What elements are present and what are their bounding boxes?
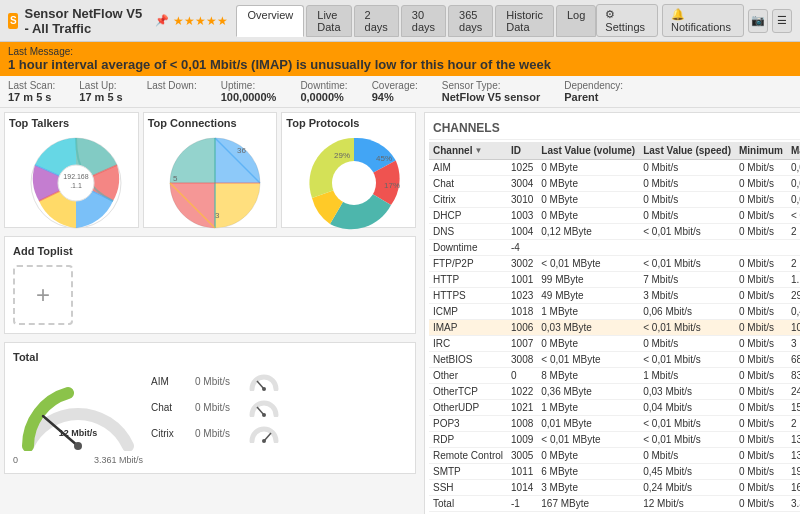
table-row[interactable]: HTTPS102349 MByte3 Mbit/s0 Mbit/s294 Mbi… [429, 288, 800, 304]
chat-label: Chat [151, 402, 191, 413]
menu-icon-button[interactable]: ☰ [772, 9, 792, 33]
top-protocols-chart[interactable]: 45% 17% 29% [304, 133, 394, 223]
add-toplist-title: Add Toplist [13, 245, 407, 257]
total-section: Total 12 Mbit/s [4, 342, 416, 474]
table-row[interactable]: Chat30040 MByte0 Mbit/s0 Mbit/s0,03 Mbit… [429, 176, 800, 192]
downtime: Downtime: 0,0000% [300, 80, 347, 103]
channel-bar-chat: Chat 0 Mbit/s [151, 397, 407, 417]
table-row[interactable]: NetBIOS3008< 0,01 MByte< 0,01 Mbit/s0 Mb… [429, 352, 800, 368]
sensor-type: Sensor Type: NetFlow V5 sensor [442, 80, 540, 103]
chat-mini-gauge [249, 397, 279, 417]
svg-point-20 [262, 387, 266, 391]
svg-text:5: 5 [173, 174, 178, 183]
status-bar: Last Scan: 17 m 5 s Last Up: 17 m 5 s La… [0, 76, 800, 108]
gauge-labels: 0 3.361 Mbit/s [13, 455, 143, 465]
svg-text:192.168: 192.168 [64, 173, 89, 180]
top-connections-chart[interactable]: 36 5 3 [165, 133, 255, 223]
settings-button[interactable]: ⚙ Settings [596, 4, 658, 37]
last-scan-value: 17 m 5 s [8, 91, 51, 103]
top-connections-box: Top Connections 36 [143, 112, 278, 228]
col-vol: Last Value (volume) [537, 142, 639, 160]
filter-icon: ▼ [474, 146, 482, 155]
uptime-value: 100,0000% [221, 91, 277, 103]
last-down: Last Down: [147, 80, 197, 103]
table-row[interactable]: SMTP10116 MByte0,45 Mbit/s0 Mbit/s19 Mbi… [429, 464, 800, 480]
tab-historic[interactable]: Historic Data [495, 5, 554, 37]
table-row[interactable]: IMAP10060,03 MByte< 0,01 Mbit/s0 Mbit/s1… [429, 320, 800, 336]
table-row[interactable]: DNS10040,12 MByte< 0,01 Mbit/s0 Mbit/s2 … [429, 224, 800, 240]
table-row[interactable]: Other08 MByte1 Mbit/s0 Mbit/s836 Mbit/s⚙ [429, 368, 800, 384]
svg-text:17%: 17% [384, 181, 400, 190]
col-min: Minimum [735, 142, 787, 160]
last-up-label: Last Up: [79, 80, 122, 91]
table-row[interactable]: HTTP100199 MByte7 Mbit/s0 Mbit/s1.197 Mb… [429, 272, 800, 288]
channel-bar-citrix: Citrix 0 Mbit/s [151, 423, 407, 443]
table-row[interactable]: ICMP10181 MByte0,06 Mbit/s0 Mbit/s0,43 M… [429, 304, 800, 320]
col-speed: Last Value (speed) [639, 142, 735, 160]
channels-table: Channel ▼ ID Last Value (volume) Last Va… [429, 142, 800, 514]
svg-point-12 [332, 161, 376, 205]
top-connections-title: Top Connections [148, 117, 273, 129]
gauge-max: 3.361 Mbit/s [94, 455, 143, 465]
camera-icon-button[interactable]: 📷 [748, 9, 768, 33]
tab-365days[interactable]: 365 days [448, 5, 493, 37]
chat-value: 0 Mbit/s [195, 402, 245, 413]
alert-label: Last Message: [8, 46, 73, 57]
table-row[interactable]: Total-1167 MByte12 Mbit/s0 Mbit/s3.361 M… [429, 496, 800, 512]
coverage-label: Coverage: [372, 80, 418, 91]
sensor-type-label: Sensor Type: [442, 80, 540, 91]
table-row[interactable]: Citrix30100 MByte0 Mbit/s0 Mbit/s0,04 Mb… [429, 192, 800, 208]
rating-stars: ★★★★★ [173, 14, 228, 28]
last-scan-label: Last Scan: [8, 80, 55, 91]
coverage-value: 94% [372, 91, 394, 103]
table-row[interactable]: FTP/P2P3002< 0,01 MByte< 0,01 Mbit/s0 Mb… [429, 256, 800, 272]
table-row[interactable]: AIM10250 MByte0 Mbit/s0 Mbit/s0,02 Mbit/… [429, 160, 800, 176]
tab-log[interactable]: Log [556, 5, 596, 37]
col-id: ID [507, 142, 537, 160]
svg-text:45%: 45% [376, 154, 392, 163]
add-toplist-button[interactable]: + [13, 265, 73, 325]
channel-bars: AIM 0 Mbit/s Chat 0 Mbit/s [151, 371, 407, 465]
svg-point-24 [262, 439, 266, 443]
top-talkers-box: Top Talkers [4, 112, 139, 228]
tab-30days[interactable]: 30 days [401, 5, 446, 37]
citrix-label: Citrix [151, 428, 191, 439]
gauge-min: 0 [13, 455, 18, 465]
alert-message: 1 hour interval average of < 0,01 Mbit/s… [8, 57, 551, 72]
header: S Sensor NetFlow V5 - All Traffic 📌 ★★★★… [0, 0, 800, 42]
table-row[interactable]: Remote Control30050 MByte0 Mbit/s0 Mbit/… [429, 448, 800, 464]
table-row[interactable]: OtherTCP10220,36 MByte0,03 Mbit/s0 Mbit/… [429, 384, 800, 400]
aim-value: 0 Mbit/s [195, 376, 245, 387]
top-talkers-chart[interactable]: 192.168 .1.1 [26, 133, 116, 223]
notifications-button[interactable]: 🔔 Notifications [662, 4, 744, 37]
tab-overview[interactable]: Overview [236, 5, 304, 37]
table-row[interactable]: DHCP10030 MByte0 Mbit/s0 Mbit/s< 0,01 Mb… [429, 208, 800, 224]
table-row[interactable]: RDP1009< 0,01 MByte< 0,01 Mbit/s0 Mbit/s… [429, 432, 800, 448]
aim-mini-gauge [249, 371, 279, 391]
col-channel[interactable]: Channel ▼ [429, 142, 507, 160]
table-row[interactable]: IRC10070 MByte0 Mbit/s0 Mbit/s3 Mbit/s⚙ [429, 336, 800, 352]
tab-2days[interactable]: 2 days [354, 5, 399, 37]
citrix-mini-gauge [249, 423, 279, 443]
uptime-label: Uptime: [221, 80, 277, 91]
table-row[interactable]: SSH10143 MByte0,24 Mbit/s0 Mbit/s161 Mbi… [429, 480, 800, 496]
alert-bar: Last Message: 1 hour interval average of… [0, 42, 800, 76]
col-max: Maximum [787, 142, 800, 160]
svg-text:29%: 29% [334, 151, 350, 160]
tab-live-data[interactable]: Live Data [306, 5, 351, 37]
add-toplist-section: Add Toplist + [4, 236, 416, 334]
table-row[interactable]: Downtime-4⚙ [429, 240, 800, 256]
table-row[interactable]: POP310080,01 MByte< 0,01 Mbit/s0 Mbit/s2… [429, 416, 800, 432]
svg-text:3: 3 [215, 211, 220, 220]
speedometer-gauge: 12 Mbit/s [13, 371, 143, 451]
pin-icon: 📌 [155, 14, 169, 27]
nav-tabs: Overview Live Data 2 days 30 days 365 da… [236, 5, 596, 37]
top-protocols-title: Top Protocols [286, 117, 411, 129]
last-up: Last Up: 17 m 5 s [79, 80, 122, 103]
top-protocols-box: Top Protocols [281, 112, 416, 228]
last-down-label: Last Down: [147, 80, 197, 91]
svg-point-22 [262, 413, 266, 417]
table-row[interactable]: OtherUDP10211 MByte0,04 Mbit/s0 Mbit/s15… [429, 400, 800, 416]
coverage: Coverage: 94% [372, 80, 418, 103]
channels-title: CHANNELS [429, 117, 800, 140]
